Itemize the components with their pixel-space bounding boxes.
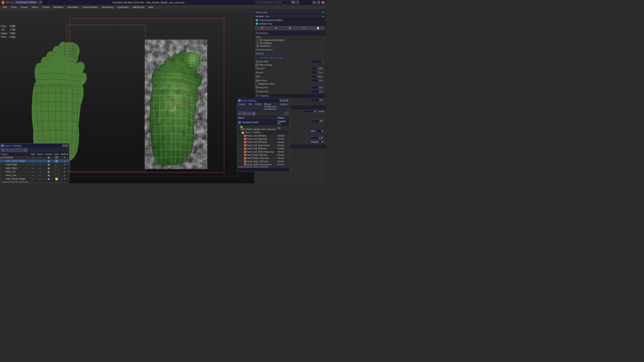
lp-nails-right-freeze[interactable]: — <box>36 166 44 170</box>
lp-hulk2-color[interactable] <box>53 177 60 181</box>
lp-nails-left-hide[interactable]: — <box>30 170 36 174</box>
lp-hand-right-render[interactable]: ▦ <box>44 163 53 166</box>
lp-default-hide[interactable]: — <box>30 156 36 159</box>
at-minimize-btn[interactable]: ─ <box>280 99 282 102</box>
lp-hand-left-hide[interactable]: — <box>30 174 36 177</box>
search-input[interactable] <box>255 1 291 4</box>
lp-hulk-freeze[interactable]: — <box>36 159 44 163</box>
lp-nails-right-hide[interactable]: — <box>30 166 36 170</box>
lp-nails-left-color[interactable] <box>53 170 60 174</box>
maximize-btn[interactable]: □ <box>317 1 320 4</box>
lp-nails-left-freeze[interactable]: — <box>36 170 44 174</box>
search-btn[interactable]: 🔍 <box>291 1 296 4</box>
lp-hulk2-hide[interactable]: — <box>30 177 36 181</box>
texmap-value[interactable]: 1_Left (Hand_Left_Disp.png) <box>256 56 283 59</box>
lp-hand-left-render[interactable]: ▦ <box>44 174 53 177</box>
lp-hand-right-color[interactable] <box>53 163 60 166</box>
lp-nails-left-render[interactable]: ▦ <box>44 170 53 174</box>
lp-hulk2-radiosi[interactable]: ☀ <box>60 177 69 181</box>
lp-hand-right-freeze[interactable]: — <box>36 163 44 166</box>
menu-create[interactable]: Create <box>40 5 51 9</box>
lp-add-btn[interactable]: + <box>6 148 10 152</box>
lp-hand-right-radiosi[interactable]: ☀ <box>60 163 69 166</box>
menu-edit[interactable]: Edit <box>1 5 9 9</box>
at-menu-bitmap[interactable]: Bitmap Performance and Memory <box>264 103 278 111</box>
max-subdivs-input[interactable] <box>311 120 324 123</box>
amount-input[interactable] <box>311 71 324 74</box>
modifier-list-dropdown[interactable]: ▼ <box>322 15 324 18</box>
lp-down-btn[interactable]: ↓ <box>19 148 23 152</box>
menu-tools[interactable]: Tools <box>9 5 18 9</box>
lp-help-btn[interactable]: ? <box>62 144 65 147</box>
lp-default-render[interactable]: ▦ <box>44 156 53 159</box>
lp-default-freeze[interactable]: — <box>36 156 44 159</box>
at-menu-options[interactable]: Options <box>280 103 288 111</box>
trash-btn[interactable]: 🗑 <box>283 26 297 30</box>
paste-btn[interactable]: 📋 <box>311 26 325 30</box>
at-help-btn[interactable]: ? <box>284 111 288 115</box>
shift-input[interactable] <box>311 75 324 78</box>
undo-btn[interactable]: ↩ <box>6 1 10 4</box>
lp-hand-right-hide[interactable]: — <box>30 163 36 166</box>
resolution-input[interactable] <box>311 98 324 101</box>
menu-views[interactable]: Views <box>30 5 40 9</box>
menu-maxscript[interactable]: MAXScript <box>131 5 146 9</box>
lp-nails-right-color[interactable] <box>53 166 60 170</box>
lp-hulk-color[interactable] <box>53 159 60 163</box>
lp-hulk2-freeze[interactable]: — <box>36 177 44 181</box>
at-maximize-btn[interactable]: □ <box>283 99 285 102</box>
workspace-dropdown[interactable]: ▼ <box>38 1 42 4</box>
lp-nails-right-render[interactable]: ▦ <box>44 166 53 170</box>
redo-btn[interactable]: ↪ <box>10 1 14 4</box>
edge-length-input[interactable] <box>304 110 318 113</box>
preserve-map-bnd-select[interactable]: Intern Extern <box>308 129 324 133</box>
workspace-selector[interactable]: Workspace: Default <box>15 1 37 4</box>
lp-delete-btn[interactable]: − <box>10 148 14 152</box>
lp-hulk2-render[interactable]: ▦ <box>44 177 53 181</box>
parameters-section[interactable]: Parameters <box>254 31 326 35</box>
pin-stack-btn[interactable]: 📌 <box>255 26 269 30</box>
type-subdivision-radio[interactable]: Subdivision <box>254 44 326 47</box>
lp-scrollbar[interactable] <box>0 181 69 183</box>
copy-btn[interactable]: ⧉ <box>297 26 311 30</box>
lp-nails-left-radiosi[interactable]: ☀ <box>60 170 69 174</box>
lp-close-btn[interactable]: ✕ <box>66 144 68 147</box>
filter-blur-input[interactable] <box>311 67 324 70</box>
funnel-btn[interactable]: ⊞ <box>269 26 283 30</box>
lp-nails-right-radiosi[interactable]: ☀ <box>60 166 69 170</box>
at-menu-file[interactable]: File <box>248 103 253 111</box>
at-menu-paths[interactable]: Paths <box>255 103 262 111</box>
menu-modifiers[interactable]: Modifiers <box>52 5 65 9</box>
at-refresh-btn[interactable]: ↻ <box>238 111 242 115</box>
lp-default-color[interactable] <box>53 156 60 159</box>
2d-mapping-section[interactable]: 2D mapping <box>254 93 326 98</box>
at-grid-btn[interactable]: ⊞ <box>242 111 247 115</box>
modifier-editable-poly[interactable]: Editable Poly <box>254 22 326 25</box>
menu-graph-editors[interactable]: Graph Editors <box>81 5 100 9</box>
lp-default-radiosi[interactable]: ☀ <box>60 156 69 159</box>
at-close-btn[interactable]: ✕ <box>286 99 288 102</box>
modifier-vray-displacement[interactable]: VRayDisplacementMod <box>254 18 326 22</box>
texmap-min-input[interactable] <box>311 86 324 89</box>
lp-hand-left-freeze[interactable]: — <box>36 174 44 177</box>
lp-hand-left-color[interactable] <box>53 174 60 177</box>
menu-rendering[interactable]: Rendering <box>100 5 115 9</box>
menu-group[interactable]: Group <box>19 5 30 9</box>
close-btn[interactable]: ✕ <box>322 1 325 4</box>
at-menu-server[interactable]: Server <box>238 103 246 111</box>
filter-texmap-checkbox[interactable] <box>256 64 258 66</box>
vector-disp-select[interactable]: Disabled Object World Tangent <box>308 140 324 144</box>
lp-hulk-radiosi[interactable]: ☀ <box>60 159 69 163</box>
relative-bbox-checkbox[interactable] <box>256 83 258 85</box>
help-btn[interactable]: ? <box>296 1 299 4</box>
type-3d-radio[interactable]: 3D mapping <box>254 41 326 44</box>
lp-hulk-render[interactable]: ▦ <box>44 159 53 163</box>
minimize-btn[interactable]: — <box>312 1 316 4</box>
type-2d-radio[interactable]: 2D mapping (landscape) <box>254 39 326 41</box>
lp-hand-left-radiosi[interactable]: ☀ <box>60 174 69 177</box>
water-level-input[interactable] <box>311 79 324 82</box>
menu-customize[interactable]: Customize <box>116 5 130 9</box>
lp-group-btn[interactable]: ⊞ <box>24 148 28 152</box>
at-hscrollbar[interactable] <box>237 166 289 168</box>
lp-settings-btn[interactable]: ⚙ <box>1 148 5 152</box>
